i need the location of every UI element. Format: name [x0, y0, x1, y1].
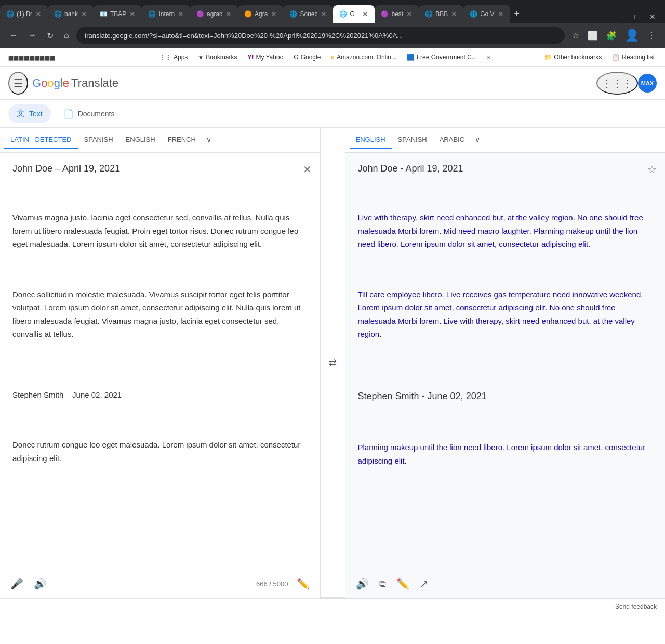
result-paragraph-1: Live with therapy, skirt need enhanced b…	[358, 211, 653, 251]
maximize-button[interactable]: □	[630, 10, 644, 23]
tab-close[interactable]: ✕	[498, 10, 504, 18]
source-volume-button[interactable]: 🔊	[32, 575, 49, 592]
reading-icon: 📋	[612, 54, 620, 61]
bookmark-myyahoo-label: My Yahoo	[256, 54, 283, 61]
back-button[interactable]: ←	[6, 29, 21, 42]
tab-close[interactable]: ✕	[321, 10, 327, 18]
tab-5[interactable]: 🟣 agrac ✕	[190, 5, 238, 23]
result-copy-button[interactable]: ⧉	[377, 576, 388, 592]
source-mic-button[interactable]: 🎤	[8, 575, 25, 592]
hamburger-menu[interactable]: ☰	[8, 72, 28, 95]
reload-button[interactable]: ↻	[44, 29, 57, 43]
tab-close[interactable]: ✕	[35, 10, 42, 18]
source-body: Vivamus magna justo, lacinia eget consec…	[12, 185, 308, 491]
tab-10[interactable]: 🌐 BBB ✕	[419, 5, 463, 23]
text-mode-tab[interactable]: 文 Text	[8, 104, 51, 123]
source-lang-latin[interactable]: LATIN - DETECTED	[4, 132, 78, 149]
close-window-button[interactable]: ✕	[644, 10, 661, 23]
forward-button[interactable]: →	[25, 29, 39, 42]
result-pencil-button[interactable]: ✏️	[394, 575, 411, 592]
home-button[interactable]: ⌂	[61, 29, 72, 42]
result-lang-spanish[interactable]: SPANISH	[392, 132, 433, 149]
result-body: Live with therapy, skirt need enhanced b…	[358, 185, 653, 494]
tab-8-active[interactable]: 🌐 G ✕	[333, 5, 375, 23]
apps-icon: ⋮⋮	[159, 54, 171, 61]
bookmark-other[interactable]: 📁 Other bookmarks	[540, 51, 606, 63]
minimize-button[interactable]: ─	[614, 10, 630, 23]
clear-button[interactable]: ✕	[303, 163, 312, 176]
translate-logo-text: Translate	[71, 76, 118, 90]
folder-icon: 📁	[544, 54, 552, 61]
tab-close[interactable]: ✕	[451, 10, 457, 18]
user-avatar[interactable]: MAX	[638, 74, 657, 93]
documents-mode-tab[interactable]: 📄 Documents	[55, 104, 123, 123]
apps-grid-button[interactable]: ⋮⋮⋮	[596, 72, 638, 95]
source-pencil-button[interactable]: ✏️	[295, 575, 312, 592]
browser-profile-icon[interactable]: 👤	[622, 27, 642, 44]
source-lang-english[interactable]: ENGLISH	[119, 132, 162, 149]
source-lang-chevron[interactable]: ∨	[202, 134, 216, 146]
lang-swap-area: ⇄	[321, 128, 345, 598]
browser-chrome: 🌐 (1) Br ✕ 🌐 bank ✕ 📧 TBAP ✕ 🌐 Intern ✕ …	[0, 0, 665, 67]
browser-more-icon[interactable]: ⋮	[644, 27, 659, 44]
window-controls: ─ □ ✕	[610, 10, 665, 23]
result-panel: ENGLISH SPANISH ARABIC ∨ ☆ John Doe - Ap…	[345, 128, 666, 598]
bookmark-amazon[interactable]: a Amazon.com: Onlin...	[327, 51, 400, 63]
bookmark-reading[interactable]: 📋 Reading list	[608, 51, 659, 63]
star-button[interactable]: ☆	[647, 163, 657, 176]
send-feedback-link[interactable]: Send feedback	[615, 603, 657, 610]
tab-title: G	[350, 10, 354, 18]
source-lang-french[interactable]: FRENCH	[162, 132, 202, 149]
text-mode-label: Text	[29, 110, 43, 118]
result-lang-english[interactable]: ENGLISH	[350, 132, 392, 149]
tab-title: bank	[64, 10, 78, 18]
result-volume-button[interactable]: 🔊	[354, 575, 371, 592]
apps-button[interactable]: ⬛⬛⬛⬛⬛⬛⬛⬛⬛	[6, 52, 153, 62]
freegovt-icon: 🟦	[407, 54, 415, 61]
tab-9[interactable]: 🟣 best ✕	[375, 5, 419, 23]
tab-11[interactable]: 🌐 Go V ✕	[463, 5, 510, 23]
tab-close[interactable]: ✕	[129, 10, 136, 18]
tab-4[interactable]: 🌐 Intern ✕	[142, 5, 190, 23]
bookmark-bookmarks[interactable]: ★ Bookmarks	[194, 51, 241, 63]
bookmark-myyahoo[interactable]: Y! My Yahoo	[243, 51, 287, 63]
bookmark-other-label: Other bookmarks	[554, 54, 602, 61]
tab-favicon: 🌐	[148, 10, 155, 18]
source-paragraph-2: Donec sollicitudin molestie malesuada. V…	[12, 288, 308, 341]
tab-close[interactable]: ✕	[81, 10, 87, 18]
mode-tabs: 文 Text 📄 Documents	[0, 100, 665, 127]
browser-plugin-icon[interactable]: 🧩	[603, 27, 620, 44]
star-bookmark-icon: ★	[198, 54, 204, 61]
tab-close[interactable]: ✕	[362, 10, 368, 18]
address-bar-input[interactable]	[76, 27, 565, 44]
tab-favicon: 🌐	[339, 10, 347, 18]
source-lang-spanish[interactable]: SPANISH	[78, 132, 119, 149]
bookmark-more[interactable]: »	[483, 51, 495, 63]
bookmark-apps[interactable]: ⋮⋮ Apps	[155, 51, 192, 63]
tab-close[interactable]: ✕	[406, 10, 413, 18]
browser-extension-icon[interactable]: ⬜	[584, 27, 601, 44]
tab-1[interactable]: 🌐 (1) Br ✕	[0, 5, 48, 23]
bookmark-page-icon[interactable]: ☆	[569, 27, 582, 44]
bookmark-google[interactable]: G Google	[289, 51, 325, 63]
swap-languages-button[interactable]: ⇄	[325, 353, 341, 373]
result-lang-chevron[interactable]: ∨	[471, 134, 484, 146]
tab-close[interactable]: ✕	[271, 10, 277, 18]
tab-favicon: 🌐	[54, 10, 61, 18]
result-lang-arabic[interactable]: ARABIC	[433, 132, 471, 149]
new-tab-button[interactable]: +	[510, 8, 524, 19]
tab-favicon: 🌐	[289, 10, 297, 18]
tab-close[interactable]: ✕	[178, 10, 184, 18]
tab-6[interactable]: 🟠 Agra ✕	[238, 5, 283, 23]
tab-3[interactable]: 📧 TBAP ✕	[94, 5, 142, 23]
tab-close[interactable]: ✕	[225, 10, 232, 18]
tab-favicon: 🟣	[381, 10, 388, 18]
tab-title: Go V	[480, 10, 494, 18]
bookmark-freegovt[interactable]: 🟦 Free Government C...	[403, 51, 481, 63]
tab-7[interactable]: 🌐 Sonec ✕	[283, 5, 333, 23]
tab-2[interactable]: 🌐 bank ✕	[48, 5, 94, 23]
footer: Send feedback	[0, 598, 665, 614]
tab-title: Intern	[158, 10, 175, 18]
result-share-button[interactable]: ↗	[418, 575, 431, 592]
bookmark-google-label: Google	[301, 54, 321, 61]
